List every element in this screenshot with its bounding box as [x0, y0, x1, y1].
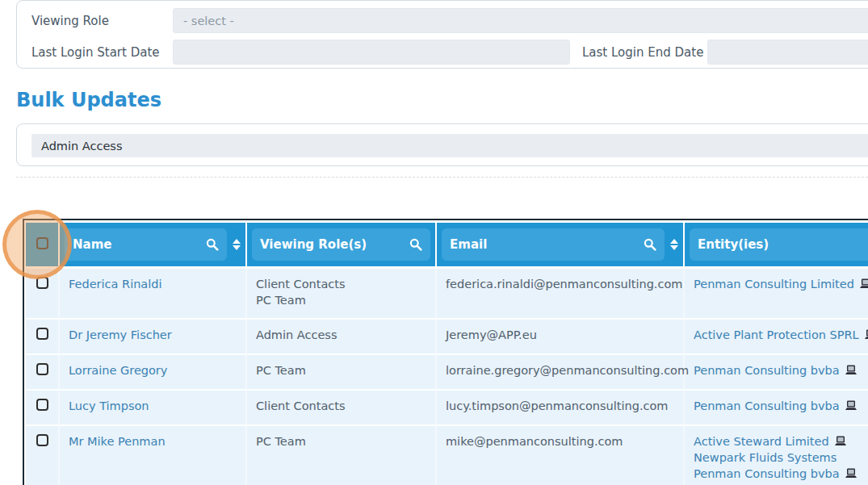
email-value: lucy.timpson@penmanconsulting.com: [446, 399, 668, 412]
viewing-role-label: Viewing Role: [31, 14, 173, 28]
page-title: Bulk Updates: [16, 89, 161, 111]
entity-line: Active Steward Limited: [694, 433, 868, 449]
row-checkbox[interactable]: [36, 277, 48, 289]
last-login-end-input[interactable]: [707, 40, 868, 65]
sort-asc-arrow: [233, 239, 241, 244]
row-select-cell: [26, 426, 60, 485]
section-divider: [16, 177, 868, 178]
viewing-roles-cell: Admin Access: [247, 320, 437, 355]
last-login-start-label: Last Login Start Date: [31, 45, 173, 60]
table-row: Mr Mike PenmanPC Teammike@penmanconsulti…: [26, 426, 868, 485]
viewing-roles-cell: Client Contacts: [247, 391, 437, 426]
email-cell: lorraine.gregory@penmanconsulting.com: [437, 355, 685, 391]
row-checkbox[interactable]: [36, 328, 48, 340]
email-value: Jeremy@APP.eu: [446, 328, 537, 341]
email-cell: mike@penmanconsulting.com: [437, 426, 685, 485]
row-select-cell: [26, 355, 60, 391]
users-table: NameViewing Role(s)EmailEntity(ies) Fede…: [23, 219, 868, 485]
entities-cell: Penman Consulting bvba: [685, 391, 868, 426]
email-cell: federica.rinaldi@penmanconsulting.com: [437, 269, 685, 320]
sort-desc-arrow: [233, 245, 241, 250]
entity-line: Penman Consulting Limited: [694, 276, 868, 292]
search-icon: [409, 238, 422, 251]
user-name-link[interactable]: Lorraine Gregory: [69, 364, 167, 377]
entity-line: Penman Consulting bvba: [694, 362, 868, 378]
select-all-checkbox[interactable]: [36, 237, 48, 249]
entity-link[interactable]: Active Steward Limited: [694, 435, 829, 448]
viewing-roles-cell: PC Team: [247, 355, 437, 391]
viewing-role-value: Client Contacts: [256, 398, 426, 414]
sort-icon[interactable]: [233, 239, 241, 250]
last-login-row: Last Login Start Date Last Login End Dat…: [31, 40, 868, 65]
entity-link[interactable]: Active Plant Protection SPRL: [694, 328, 859, 341]
viewing-role-select-value: - select -: [183, 15, 234, 27]
entity-link[interactable]: Penman Consulting Limited: [694, 278, 854, 291]
viewing-role-value: PC Team: [256, 362, 426, 378]
entity-line: Active Plant Protection SPRL: [694, 327, 868, 343]
sort-desc-arrow: [670, 245, 678, 250]
laptop-icon: [864, 329, 868, 340]
column-search-button-entities[interactable]: Entity(ies): [690, 228, 868, 261]
name-cell: Dr Jeremy Fischer: [60, 320, 247, 355]
viewing-roles-cell: Client ContactsPC Team: [247, 269, 437, 320]
viewing-role-value: PC Team: [256, 292, 426, 308]
viewing-roles-cell: PC Team: [247, 426, 437, 485]
row-checkbox[interactable]: [36, 363, 48, 375]
email-cell: lucy.timpson@penmanconsulting.com: [437, 391, 685, 426]
select-all-header-cell: [26, 223, 60, 269]
last-login-start-input[interactable]: [173, 40, 570, 65]
user-name-link[interactable]: Dr Jeremy Fischer: [69, 328, 172, 341]
entity-link[interactable]: Penman Consulting bvba: [694, 399, 840, 412]
search-icon: [644, 238, 656, 251]
user-name-link[interactable]: Mr Mike Penman: [69, 435, 166, 448]
name-cell: Lorraine Gregory: [60, 355, 247, 391]
entity-link[interactable]: Penman Consulting bvba: [694, 364, 840, 377]
sort-icon[interactable]: [670, 239, 678, 250]
laptop-icon: [859, 278, 868, 289]
entities-cell: Penman Consulting bvba: [685, 355, 868, 391]
entity-link[interactable]: Newpark Fluids Systems: [694, 451, 837, 464]
viewing-role-value: Admin Access: [256, 327, 426, 343]
sort-asc-arrow: [670, 239, 678, 244]
entity-link[interactable]: Penman Consulting bvba: [694, 467, 840, 480]
entities-cell: Penman Consulting Limited: [685, 269, 868, 320]
name-cell: Lucy Timpson: [60, 391, 247, 426]
entity-line: Penman Consulting bvba: [694, 398, 868, 414]
row-checkbox[interactable]: [36, 434, 48, 446]
column-search-button-name[interactable]: Name: [65, 228, 227, 261]
column-label-email: Email: [450, 237, 487, 252]
column-header-name: Name: [60, 223, 247, 269]
column-label-entities: Entity(ies): [698, 237, 769, 252]
viewing-role-row: Viewing Role - select -: [31, 8, 868, 33]
laptop-icon: [845, 400, 858, 411]
row-checkbox[interactable]: [36, 399, 48, 411]
user-name-link[interactable]: Lucy Timpson: [69, 399, 149, 412]
table-row: Dr Jeremy FischerAdmin AccessJeremy@APP.…: [26, 320, 868, 355]
column-header-roles: Viewing Role(s): [247, 223, 437, 269]
filter-panel: Viewing Role - select - Last Login Start…: [16, 0, 868, 69]
table-row: Lucy TimpsonClient Contactslucy.timpson@…: [26, 391, 868, 426]
column-header-entities: Entity(ies): [685, 223, 868, 269]
column-search-button-roles[interactable]: Viewing Role(s): [252, 228, 430, 261]
row-select-cell: [26, 269, 60, 320]
column-header-email: Email: [437, 223, 685, 269]
entities-cell: Active Plant Protection SPRL: [685, 320, 868, 355]
laptop-icon: [845, 365, 858, 375]
laptop-icon: [834, 436, 847, 446]
viewing-role-select[interactable]: - select -: [173, 8, 868, 33]
entity-line: Newpark Fluids Systems: [694, 449, 868, 466]
user-name-link[interactable]: Federica Rinaldi: [69, 278, 162, 291]
row-select-cell: [26, 320, 60, 355]
table-header: NameViewing Role(s)EmailEntity(ies): [26, 223, 868, 269]
table-row: Federica RinaldiClient ContactsPC Teamfe…: [26, 269, 868, 320]
table-row: Lorraine GregoryPC Teamlorraine.gregory@…: [26, 355, 868, 391]
email-cell: Jeremy@APP.eu: [437, 320, 685, 355]
last-login-end-label: Last Login End Date: [570, 45, 707, 60]
bulk-action-select[interactable]: Admin Access: [31, 134, 868, 157]
column-label-roles: Viewing Role(s): [260, 237, 367, 252]
entities-cell: Active Steward LimitedNewpark Fluids Sys…: [685, 426, 868, 485]
viewing-role-value: PC Team: [256, 433, 426, 449]
email-value: lorraine.gregory@penmanconsulting.com: [446, 364, 689, 377]
column-search-button-email[interactable]: Email: [442, 228, 665, 261]
name-cell: Federica Rinaldi: [60, 269, 247, 320]
